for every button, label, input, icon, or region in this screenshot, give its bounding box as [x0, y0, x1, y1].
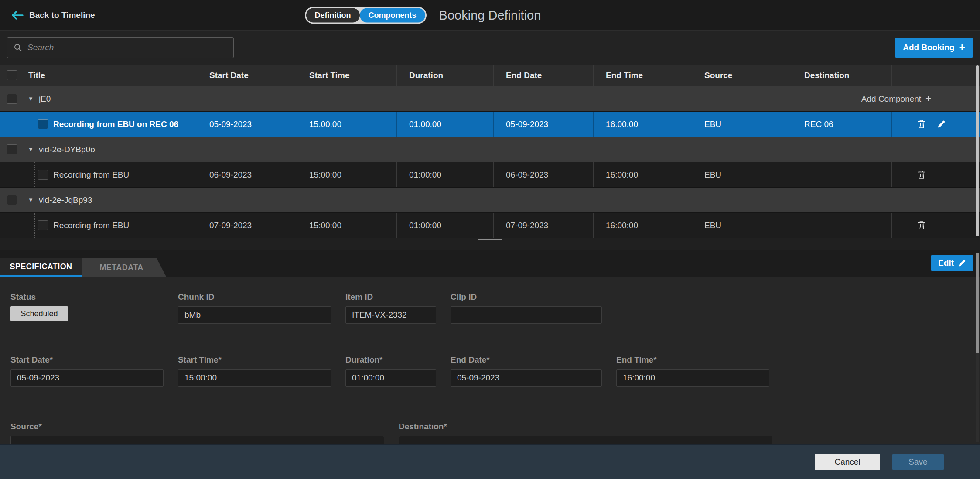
select-all-checkbox[interactable] — [7, 70, 17, 80]
caret-down-icon[interactable]: ▼ — [28, 96, 34, 102]
end-time-input[interactable] — [616, 369, 769, 387]
status-label: Status — [10, 292, 164, 302]
edit-label: Edit — [938, 258, 954, 268]
end-date-value: 05-09-2023 — [493, 112, 593, 137]
col-end-date[interactable]: End Date — [493, 65, 593, 86]
booking-title: Recording from EBU — [53, 170, 129, 180]
chunk-id-label: Chunk ID — [178, 292, 331, 302]
scrollbar-thumb[interactable] — [976, 65, 979, 236]
pencil-icon — [937, 120, 946, 128]
back-to-timeline-button[interactable]: Back to Timeline — [11, 10, 95, 20]
delete-row-button[interactable] — [917, 170, 925, 179]
tab-metadata[interactable]: METADATA — [82, 258, 166, 277]
end-time-label: End Time* — [616, 355, 769, 365]
col-source[interactable]: Source — [692, 65, 792, 86]
back-arrow-icon — [11, 11, 24, 20]
source-input[interactable] — [10, 436, 384, 444]
source-value: EBU — [692, 162, 792, 187]
booking-row-selected[interactable]: Recording from EBU on REC 06 05-09-2023 … — [0, 112, 980, 137]
field-start-date: Start Date* — [10, 355, 164, 387]
booking-row[interactable]: Recording from EBU 06-09-2023 15:00:00 0… — [0, 162, 980, 188]
search-input[interactable] — [27, 43, 227, 52]
caret-down-icon[interactable]: ▼ — [28, 146, 34, 153]
end-time-value: 16:00:00 — [593, 112, 692, 137]
delete-row-button[interactable] — [917, 120, 925, 129]
start-time-input[interactable] — [178, 369, 331, 387]
start-time-value: 15:00:00 — [297, 162, 396, 187]
toolbar: Add Booking + — [0, 30, 980, 65]
top-bar: Back to Timeline Definition Components B… — [0, 0, 980, 30]
booking-row[interactable]: Recording from EBU 07-09-2023 15:00:00 0… — [0, 213, 980, 238]
table-scrollbar[interactable] — [976, 65, 979, 236]
group-checkbox[interactable] — [7, 195, 17, 205]
end-date-value: 06-09-2023 — [493, 162, 593, 187]
duration-input[interactable] — [345, 369, 436, 387]
group-checkbox[interactable] — [7, 144, 17, 154]
tab-specification[interactable]: SPECIFICATION — [0, 258, 82, 277]
save-button[interactable]: Save — [892, 454, 944, 470]
group-name: vid-2e-JqBp93 — [39, 195, 92, 205]
group-row-jqbp93[interactable]: ▼ vid-2e-JqBp93 — [0, 188, 980, 213]
edit-button[interactable]: Edit — [931, 255, 973, 271]
row-actions — [891, 162, 980, 187]
end-date-input[interactable] — [451, 369, 602, 387]
toggle-definition[interactable]: Definition — [306, 8, 360, 22]
col-title[interactable]: Title — [25, 65, 197, 86]
group-checkbox[interactable] — [7, 94, 17, 104]
group-row-dybp0o[interactable]: ▼ vid-2e-DYBp0o — [0, 137, 980, 162]
cancel-button[interactable]: Cancel — [815, 454, 880, 470]
form-row-ids: Status Scheduled Chunk ID Item ID Clip I… — [10, 292, 980, 324]
start-date-input[interactable] — [10, 369, 164, 387]
view-toggle: Definition Components — [305, 7, 427, 24]
group-name: jE0 — [39, 94, 51, 104]
booking-app: Back to Timeline Definition Components B… — [0, 0, 980, 479]
col-destination[interactable]: Destination — [792, 65, 891, 86]
field-item-id: Item ID — [345, 292, 436, 324]
status-badge: Scheduled — [10, 306, 68, 321]
item-id-input[interactable] — [345, 306, 436, 324]
col-end-time[interactable]: End Time — [593, 65, 692, 86]
start-date-label: Start Date* — [10, 355, 164, 365]
edit-row-button[interactable] — [937, 120, 946, 128]
add-component-button[interactable]: Add Component + — [861, 94, 931, 104]
row-check-spacer — [0, 162, 25, 187]
scrollbar-thumb[interactable] — [976, 253, 979, 353]
destination-value: REC 06 — [792, 112, 891, 137]
search-icon — [14, 43, 22, 52]
field-chunk-id: Chunk ID — [178, 292, 331, 324]
panel-resize-strip — [0, 238, 980, 250]
plus-icon: + — [925, 94, 931, 103]
field-destination: Destination* — [399, 422, 772, 444]
row-checkbox[interactable] — [38, 119, 48, 129]
row-checkbox[interactable] — [38, 220, 48, 230]
tree-guide — [34, 162, 35, 187]
resize-handle[interactable] — [478, 240, 502, 243]
plus-icon: + — [959, 42, 965, 53]
booking-title-cell: Recording from EBU on REC 06 — [25, 112, 197, 137]
pencil-icon — [958, 259, 966, 267]
add-booking-label: Add Booking — [903, 43, 954, 52]
toggle-components[interactable]: Components — [360, 8, 425, 22]
clip-id-input[interactable] — [451, 306, 602, 324]
bookings-table: Title Start Date Start Time Duration End… — [0, 65, 980, 238]
start-time-label: Start Time* — [178, 355, 331, 365]
delete-row-button[interactable] — [917, 221, 925, 230]
start-time-value: 15:00:00 — [297, 213, 396, 238]
table-header: Title Start Date Start Time Duration End… — [0, 65, 980, 86]
row-checkbox[interactable] — [38, 170, 48, 180]
chunk-id-input[interactable] — [178, 306, 331, 324]
field-status: Status Scheduled — [10, 292, 164, 324]
col-start-date[interactable]: Start Date — [197, 65, 297, 86]
col-start-time[interactable]: Start Time — [297, 65, 396, 86]
row-actions — [891, 213, 980, 238]
destination-input[interactable] — [399, 436, 772, 444]
caret-down-icon[interactable]: ▼ — [28, 197, 34, 203]
panel-scrollbar[interactable] — [976, 253, 979, 442]
add-booking-button[interactable]: Add Booking + — [895, 38, 973, 58]
back-label: Back to Timeline — [29, 10, 95, 20]
source-label: Source* — [10, 422, 384, 431]
row-check-spacer — [0, 112, 25, 137]
destination-value — [792, 213, 891, 238]
group-row-je0[interactable]: ▼ jE0 Add Component + — [0, 86, 980, 112]
col-duration[interactable]: Duration — [396, 65, 493, 86]
